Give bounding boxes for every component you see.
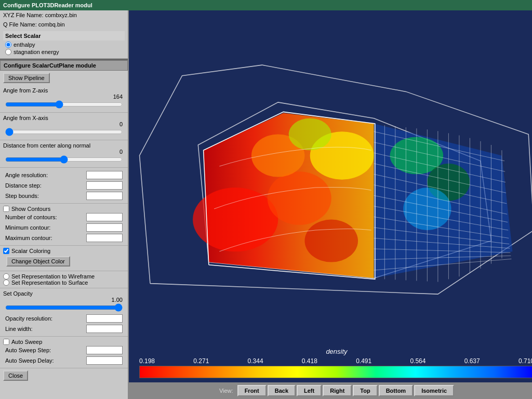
colorbar-labels: 0.1980.2710.3440.4180.4910.5640.6370.710 xyxy=(139,357,532,365)
viz-area xyxy=(129,10,532,343)
scalar-coloring-section: Scalar Coloring Change Object Color xyxy=(0,246,128,271)
colorbar-title: density xyxy=(326,348,347,355)
opacity-resolution-input[interactable]: 0.01 xyxy=(86,314,123,323)
opacity-section: Set Opacity 1.00 Opacity resolution: 0.0… xyxy=(0,288,128,337)
enthalpy-option[interactable]: enthalpy xyxy=(5,42,123,48)
app: Configure PLOT3DReader modul XYZ File Na… xyxy=(0,0,532,399)
pipeline-btn-container: Show Pipeline xyxy=(0,71,128,85)
angle-x-slider[interactable] xyxy=(5,128,123,136)
angle-x-value: 0 xyxy=(3,121,125,127)
stagnation-option[interactable]: stagnation energy xyxy=(5,49,123,55)
angle-x-section: Angle from X-axis 0 xyxy=(0,113,128,140)
svg-point-3 xyxy=(268,171,331,225)
step-bounds-input[interactable]: 10 xyxy=(86,192,123,200)
close-container: Close xyxy=(0,368,128,383)
view-bottom-button[interactable]: Bottom xyxy=(379,385,414,396)
colorbar-label: 0.418 xyxy=(302,357,317,365)
view-front-button[interactable]: Front xyxy=(237,385,267,396)
num-contours-input[interactable]: 10 xyxy=(86,213,123,221)
scalar-radio-group: enthalpy stagnation energy xyxy=(3,41,125,56)
line-width-input[interactable]: 4.0 xyxy=(86,325,123,333)
view-right-button[interactable]: Right xyxy=(323,385,352,396)
auto-sweep-step-input[interactable]: 1 xyxy=(86,346,123,354)
angle-z-value: 164 xyxy=(3,94,125,100)
line-width-label: Line width: xyxy=(5,326,86,332)
distance-step-row: Distance step: 0.3624 xyxy=(3,180,125,191)
colorbar-label: 0.198 xyxy=(139,357,155,365)
opacity-label: Set Opacity xyxy=(3,290,125,297)
auto-sweep-step-row: Auto Sweep Step: 1 xyxy=(3,345,125,355)
angle-resolution-label: Angle resolution: xyxy=(5,172,86,178)
resolution-fields-section: Angle resolution: 1.0 Distance step: 0.3… xyxy=(0,168,128,204)
opacity-slider[interactable] xyxy=(5,304,123,311)
surface-option[interactable]: Set Representation to Surface xyxy=(3,280,125,286)
auto-sweep-row[interactable]: Auto Sweep xyxy=(3,339,125,345)
close-button[interactable]: Close xyxy=(3,370,28,381)
min-contour-input[interactable]: 0.197813 xyxy=(86,223,123,232)
surface-label: Set Representation to Surface xyxy=(11,280,88,286)
distance-step-label: Distance step: xyxy=(5,182,86,189)
distance-section: Distance from center along normal 0 xyxy=(0,140,128,168)
scalar-coloring-label: Scalar Coloring xyxy=(11,248,50,254)
view-label: View: xyxy=(219,388,233,394)
opacity-value: 1.00 xyxy=(3,297,125,303)
show-contours-row[interactable]: Show Contours xyxy=(3,206,125,212)
surface-radio[interactable] xyxy=(3,280,9,286)
distance-slider-container xyxy=(3,155,125,165)
scalar-cutplane-header: Configure ScalarCutPlane module xyxy=(0,60,128,71)
angle-z-slider[interactable] xyxy=(5,101,123,108)
title-text: Configure PLOT3DReader modul xyxy=(3,2,92,8)
auto-sweep-delay-label: Auto Sweep Delay: xyxy=(5,357,86,364)
change-color-container: Change Object Color xyxy=(3,254,125,269)
view-isometric-button[interactable]: Isometric xyxy=(414,385,454,396)
wireframe-label: Set Representation to Wireframe xyxy=(11,273,95,280)
max-contour-row: Maximum contour: 0.710419 xyxy=(3,233,125,243)
max-contour-label: Maximum contour: xyxy=(5,235,86,241)
view-top-button[interactable]: Top xyxy=(353,385,377,396)
view-back-button[interactable]: Back xyxy=(268,385,296,396)
scalar-coloring-row[interactable]: Scalar Coloring xyxy=(3,248,125,254)
scalar-coloring-checkbox[interactable] xyxy=(3,248,9,254)
colorbar-label: 0.564 xyxy=(410,357,425,365)
colorbar-label: 0.637 xyxy=(464,357,480,365)
wireframe-option[interactable]: Set Representation to Wireframe xyxy=(3,273,125,280)
xyz-file-info: XYZ File Name: combxyz.bin xyxy=(0,10,128,20)
colorbar xyxy=(139,366,532,378)
distance-value: 0 xyxy=(3,149,125,155)
left-panel: XYZ File Name: combxyz.bin Q File Name: … xyxy=(0,10,129,399)
max-contour-input[interactable]: 0.710419 xyxy=(86,234,123,242)
select-scalar-label: Select Scalar xyxy=(3,31,125,41)
show-contours-checkbox[interactable] xyxy=(3,206,9,212)
auto-sweep-section: Auto Sweep Auto Sweep Step: 1 Auto Sweep… xyxy=(0,337,128,368)
distance-slider[interactable] xyxy=(5,156,123,163)
opacity-resolution-row: Opacity resolution: 0.01 xyxy=(3,313,125,324)
num-contours-label: Number of contours: xyxy=(5,214,86,220)
angle-resolution-input[interactable]: 1.0 xyxy=(86,171,123,179)
step-bounds-label: Step bounds: xyxy=(5,193,86,199)
right-panel: density 0.1980.2710.3440.4180.4910.5640.… xyxy=(129,10,532,399)
show-pipeline-button[interactable]: Show Pipeline xyxy=(3,73,50,83)
angle-resolution-row: Angle resolution: 1.0 xyxy=(3,170,125,180)
select-scalar-section: Select Scalar enthalpy stagnation energy xyxy=(0,29,128,59)
svg-point-7 xyxy=(289,118,331,151)
distance-step-input[interactable]: 0.3624 xyxy=(86,181,123,190)
change-object-color-button[interactable]: Change Object Color xyxy=(6,256,70,267)
view-left-button[interactable]: Left xyxy=(297,385,322,396)
contours-section: Show Contours Number of contours: 10 Min… xyxy=(0,204,128,246)
q-file-info: Q File Name: combq.bin xyxy=(0,20,128,29)
mesh-svg xyxy=(129,10,532,343)
angle-x-label: Angle from X-axis xyxy=(3,115,125,121)
colorbar-label: 0.710 xyxy=(518,357,532,365)
colorbar-label: 0.344 xyxy=(248,357,263,365)
opacity-resolution-label: Opacity resolution: xyxy=(5,315,86,322)
stagnation-radio[interactable] xyxy=(5,49,11,55)
wireframe-radio[interactable] xyxy=(3,273,9,280)
stagnation-label: stagnation energy xyxy=(14,49,59,55)
min-contour-label: Minimum contour: xyxy=(5,224,86,231)
auto-sweep-delay-input[interactable]: 1.0 xyxy=(86,356,123,365)
opacity-slider-container xyxy=(3,303,125,313)
line-width-row: Line width: 4.0 xyxy=(3,324,125,334)
enthalpy-radio[interactable] xyxy=(5,42,11,48)
auto-sweep-label: Auto Sweep xyxy=(11,339,42,345)
auto-sweep-checkbox[interactable] xyxy=(3,339,9,345)
